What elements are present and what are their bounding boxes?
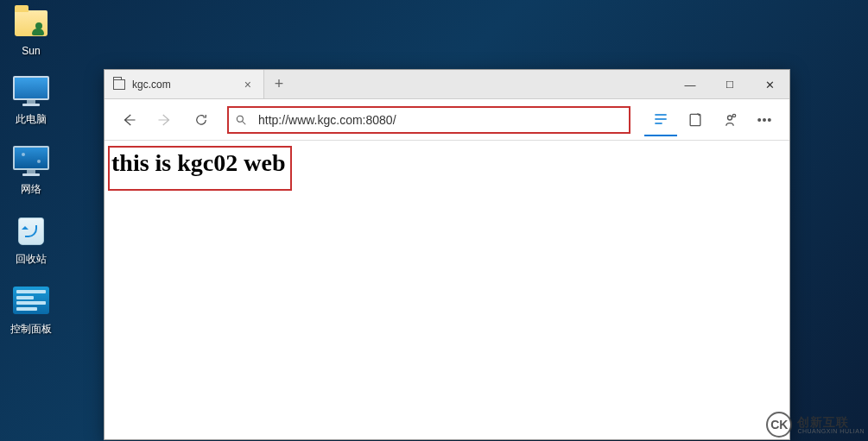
note-icon <box>687 111 704 129</box>
refresh-icon <box>193 112 209 128</box>
search-icon <box>235 114 247 126</box>
close-tab-button[interactable]: × <box>241 78 255 91</box>
svg-point-3 <box>732 114 735 117</box>
desktop-icon-label: 网络 <box>21 182 41 197</box>
svg-point-6 <box>769 118 771 121</box>
watermark-logo-icon: CK <box>766 412 792 438</box>
tab-bar: kgc.com × + — ☐ ✕ <box>105 70 789 99</box>
maximize-button[interactable]: ☐ <box>710 70 750 99</box>
window-controls: — ☐ ✕ <box>670 70 789 99</box>
tab-title: kgc.com <box>132 79 234 91</box>
search-icon-wrapper[interactable] <box>229 114 253 126</box>
share-icon <box>721 111 738 129</box>
network-icon <box>13 142 49 179</box>
arrow-left-icon <box>121 112 136 128</box>
forward-button[interactable] <box>149 104 181 135</box>
desktop-icon-label: Sun <box>22 45 40 57</box>
share-button[interactable] <box>713 104 746 136</box>
page-heading: this is kgc02 web <box>111 149 285 177</box>
watermark-text-en: CHUANGXIN HULIAN <box>797 428 865 434</box>
monitor-icon <box>13 72 49 109</box>
page-icon <box>113 79 125 90</box>
svg-point-2 <box>728 116 732 120</box>
browser-window: kgc.com × + — ☐ ✕ <box>104 69 790 440</box>
refresh-button[interactable] <box>186 104 217 135</box>
recycle-bin-icon <box>13 212 49 249</box>
ellipsis-icon <box>756 111 773 129</box>
content-highlight-box: this is kgc02 web <box>108 146 292 191</box>
address-input[interactable] <box>253 108 629 132</box>
new-tab-button[interactable]: + <box>264 70 294 98</box>
watermark: CK 创新互联 CHUANGXIN HULIAN <box>766 412 865 438</box>
watermark-text-cn: 创新互联 <box>797 416 865 428</box>
desktop-icon-label: 回收站 <box>16 252 47 267</box>
arrow-right-icon <box>157 112 173 128</box>
more-button[interactable] <box>748 104 781 136</box>
reading-list-button[interactable] <box>644 104 677 136</box>
desktop-icon-label: 控制面板 <box>10 322 52 337</box>
desktop-icon-label: 此电脑 <box>16 112 47 127</box>
folder-user-icon <box>13 5 49 41</box>
address-bar-highlight <box>227 106 630 134</box>
back-button[interactable] <box>113 104 144 135</box>
svg-point-0 <box>237 116 243 122</box>
control-panel-icon <box>13 282 49 318</box>
minimize-button[interactable]: — <box>670 70 710 99</box>
svg-point-4 <box>758 118 761 121</box>
svg-point-5 <box>763 118 766 121</box>
svg-rect-1 <box>690 114 700 125</box>
desktop-icon-this-pc[interactable]: 此电脑 <box>0 72 62 127</box>
navigation-bar <box>105 99 789 141</box>
desktop-icon-network[interactable]: 网络 <box>0 142 62 197</box>
notes-button[interactable] <box>679 104 712 136</box>
desktop-icon-control-panel[interactable]: 控制面板 <box>0 282 62 337</box>
desktop-icon-recycle-bin[interactable]: 回收站 <box>0 212 62 267</box>
desktop-icons-area: Sun 此电脑 网络 回收站 控制面板 <box>0 0 69 352</box>
toolbar-right <box>644 104 781 136</box>
browser-tab[interactable]: kgc.com × <box>105 70 264 98</box>
reading-list-icon <box>652 110 669 128</box>
page-content: this is kgc02 web <box>105 141 789 439</box>
desktop-icon-sun-folder[interactable]: Sun <box>0 5 62 57</box>
close-window-button[interactable]: ✕ <box>750 70 789 99</box>
